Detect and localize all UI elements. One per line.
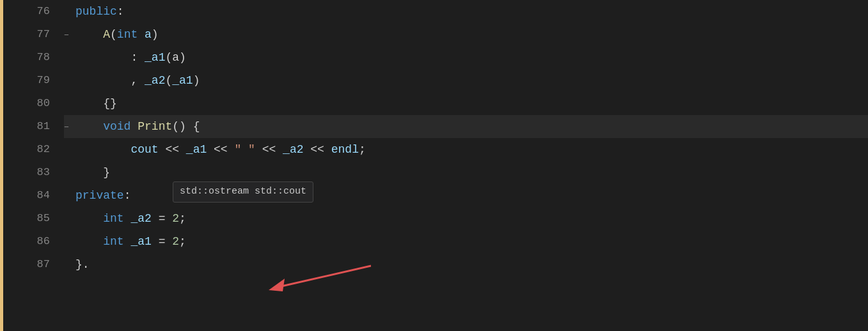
code-line-86: int _a1 = 2; xyxy=(64,230,868,253)
red-arrow xyxy=(269,259,371,291)
token xyxy=(124,233,131,250)
token: _a1 xyxy=(145,49,165,66)
line-number-84: 84 xyxy=(0,184,54,207)
yellow-bar xyxy=(0,0,3,331)
token: {} xyxy=(75,95,117,112)
code-line-81: − void Print() { xyxy=(64,115,868,138)
token: ) xyxy=(193,72,200,89)
token: : xyxy=(75,49,145,66)
token xyxy=(75,26,103,43)
line-number-81: 81 xyxy=(0,115,54,138)
token: ; xyxy=(179,233,186,250)
token: _a2 xyxy=(283,141,303,158)
token xyxy=(75,118,103,135)
token: : xyxy=(117,3,124,20)
code-line-82: cout << _a1 << " " << _a2 << endl; xyxy=(64,138,868,161)
code-line-78: : _a1(a) xyxy=(64,46,868,69)
code-line-80: {} xyxy=(64,92,868,115)
token: }. xyxy=(75,256,90,273)
line-number-86: 86 xyxy=(0,230,54,253)
token: << xyxy=(304,141,331,158)
fold-icon[interactable]: − xyxy=(64,29,74,40)
token: _a2 xyxy=(145,72,165,89)
line-number-80: 80 xyxy=(0,92,54,115)
code-line-76: public: xyxy=(64,0,868,23)
token: << xyxy=(159,141,186,158)
line-number-77: 77 xyxy=(0,23,54,46)
svg-line-0 xyxy=(281,266,371,286)
token: _a2 xyxy=(130,210,151,227)
token: private xyxy=(75,187,124,204)
token: << xyxy=(207,141,234,158)
token: cout xyxy=(130,141,158,158)
token: () { xyxy=(172,118,200,135)
line-numbers: 767778798081828384858687 xyxy=(0,0,59,331)
code-line-79: , _a2(_a1) xyxy=(64,69,868,92)
code-editor: 767778798081828384858687 public:− A(int … xyxy=(0,0,868,331)
token: _a1 xyxy=(130,233,151,250)
token xyxy=(75,233,103,250)
svg-marker-1 xyxy=(269,279,285,291)
token: << xyxy=(255,141,283,158)
line-number-78: 78 xyxy=(0,46,54,69)
token xyxy=(75,141,130,158)
token: ; xyxy=(179,210,186,227)
token: endl xyxy=(331,141,359,158)
line-number-85: 85 xyxy=(0,207,54,230)
token: ) xyxy=(152,26,159,43)
token xyxy=(130,118,138,135)
hover-tooltip: std::ostream std::cout xyxy=(173,181,313,203)
token: a xyxy=(138,26,152,43)
token: void xyxy=(103,118,130,135)
token: , xyxy=(75,72,145,89)
line-number-83: 83 xyxy=(0,161,54,184)
token: _a1 xyxy=(186,141,207,158)
line-number-82: 82 xyxy=(0,138,54,161)
code-line-87: }. xyxy=(64,253,868,276)
token: 2 xyxy=(172,233,179,250)
token: = xyxy=(152,210,172,227)
token: int xyxy=(103,210,123,227)
token xyxy=(75,210,103,227)
token: : xyxy=(124,187,131,204)
line-number-76: 76 xyxy=(0,0,54,23)
token: _a1 xyxy=(172,72,193,89)
token: int xyxy=(103,233,123,250)
fold-icon[interactable]: − xyxy=(64,121,74,132)
token: Print xyxy=(138,118,172,135)
token xyxy=(124,210,131,227)
line-number-79: 79 xyxy=(0,69,54,92)
code-area: public:− A(int a) : _a1(a) , _a2(_a1) {}… xyxy=(59,0,868,331)
token: " " xyxy=(234,141,255,158)
token: ; xyxy=(359,141,366,158)
token: 2 xyxy=(172,210,179,227)
code-line-83: } xyxy=(64,161,868,184)
token: } xyxy=(75,164,110,181)
line-number-87: 87 xyxy=(0,253,54,276)
token: = xyxy=(152,233,172,250)
token: (a) xyxy=(165,49,185,66)
token: A xyxy=(103,26,110,43)
token: ( xyxy=(110,26,117,43)
code-line-77: − A(int a) xyxy=(64,23,868,46)
token: ( xyxy=(165,72,172,89)
code-line-85: int _a2 = 2; xyxy=(64,207,868,230)
token: public xyxy=(75,3,117,20)
token: int xyxy=(117,26,138,43)
